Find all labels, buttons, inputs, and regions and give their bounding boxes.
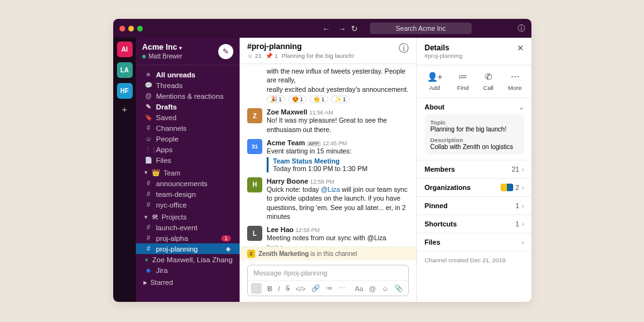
traffic-lights	[119, 26, 143, 31]
italic-button[interactable]: I	[278, 285, 280, 292]
add-person-icon: 👤+	[427, 72, 443, 82]
channel-launch-event[interactable]: #launch-event	[136, 222, 240, 233]
message-author[interactable]: Lee Hao	[267, 226, 294, 233]
message-list[interactable]: with the new influx of tweets yesterday.…	[240, 64, 416, 247]
compose-button[interactable]: ✎	[218, 44, 233, 59]
more-action[interactable]: ⋯More	[508, 72, 522, 91]
reaction[interactable]: ✨1	[331, 96, 350, 103]
avatar[interactable]: L	[247, 226, 262, 241]
dm-zoe-lisa[interactable]: ●Zoe Maxwell, Lisa Zhang	[136, 254, 240, 265]
help-icon[interactable]: ⓘ	[518, 23, 525, 34]
channel-proj-alpha[interactable]: #proj-alpha1	[136, 233, 240, 243]
caret-down-icon: ▼	[143, 214, 148, 220]
shortcuts-row[interactable]: Shortcuts1›	[417, 215, 531, 233]
reaction[interactable]: 🎉1	[267, 96, 286, 103]
message-author[interactable]: Acme Team	[267, 139, 305, 147]
channel-team-design[interactable]: #team-design	[136, 189, 240, 199]
add-workspace-button[interactable]: +	[122, 104, 128, 114]
avatar[interactable]: 31	[247, 139, 262, 154]
details-title: Details	[425, 43, 462, 52]
message-time: 11:56 AM	[309, 109, 333, 116]
avatar[interactable]: Z	[247, 108, 262, 123]
channel-created: Channel created Dec 21, 2019	[417, 252, 531, 269]
nav-channels[interactable]: #Channels	[136, 123, 240, 133]
attach-button[interactable]: 📎	[394, 284, 403, 292]
nav-all-unreads[interactable]: ≡All unreads	[136, 69, 240, 80]
channel-proj-planning[interactable]: #proj-planning◈	[136, 243, 240, 254]
message-input-box[interactable]: Message #proj-planning B I S̶ </> 🔗 ≔ ⋯ …	[247, 265, 409, 296]
sidebar-nav: ≡All unreads 💬Threads @Mentions & reacti…	[136, 65, 240, 291]
unread-badge: 1	[221, 235, 231, 242]
sidebar: Acme Inc ▾ Matt Brewer ✎ ≡All unreads 💬T…	[136, 38, 240, 302]
workspace-tile-hf[interactable]: HF	[117, 83, 133, 99]
channel-announcements[interactable]: #announcements	[136, 178, 240, 189]
message-text: Meeting notes from our sync with @Liza	[267, 233, 409, 242]
search-input[interactable]: Search Acme Inc	[370, 23, 472, 34]
channel-nyc-office[interactable]: #nyc-office	[136, 199, 240, 210]
close-details-button[interactable]: ✕	[517, 43, 524, 53]
channel-info-icon[interactable]: ⓘ	[399, 42, 409, 55]
event-attachment[interactable]: Team Status Meeting Today from 1:00 PM t…	[267, 157, 409, 172]
strike-button[interactable]: S̶	[286, 284, 290, 292]
channel-topic[interactable]: Planning for the big launch!	[282, 52, 354, 59]
nav-saved[interactable]: 🔖Saved	[136, 112, 240, 123]
back-button[interactable]: ←	[322, 24, 330, 33]
section-team[interactable]: ▼👑Team	[136, 165, 240, 178]
caret-down-icon: ▼	[143, 170, 148, 175]
event-intro: Event starting in 15 minutes:	[267, 147, 409, 155]
section-starred[interactable]: ▶Starred	[136, 275, 240, 287]
reaction[interactable]: 😍1	[288, 96, 307, 103]
nav-drafts[interactable]: ✎Drafts	[136, 101, 240, 112]
reactions: 🎉1 😍1 👏1 ✨1	[267, 96, 409, 103]
nav-threads[interactable]: 💬Threads	[136, 80, 240, 91]
close-window-button[interactable]	[119, 26, 125, 31]
mention-button[interactable]: @	[369, 285, 376, 292]
caret-right-icon: ▶	[143, 280, 147, 286]
nav-people[interactable]: ☺People	[136, 133, 240, 144]
section-projects[interactable]: ▼🛠Projects	[136, 210, 240, 222]
message-author[interactable]: Harry Boone	[267, 177, 308, 185]
channel-title[interactable]: #proj-planning	[247, 42, 354, 51]
nav-files[interactable]: 📄Files	[136, 155, 240, 165]
workspace-tile-la[interactable]: LA	[117, 62, 133, 78]
pin-count[interactable]: 📌 1	[265, 52, 278, 59]
reaction[interactable]: 👏1	[309, 96, 328, 103]
message-input[interactable]: Message #proj-planning	[248, 265, 408, 280]
nav-apps[interactable]: ⋮⋮Apps	[136, 144, 240, 155]
shortcuts-button[interactable]	[251, 283, 262, 294]
saved-icon: 🔖	[145, 114, 152, 121]
nav-mentions[interactable]: @Mentions & reactions	[136, 91, 240, 101]
presence-icon	[142, 55, 146, 58]
code-button[interactable]: </>	[296, 285, 306, 292]
organizations-row[interactable]: Organizations2›	[417, 179, 531, 197]
drafts-icon: ✎	[145, 103, 152, 110]
more-formatting-button[interactable]: ⋯	[338, 284, 345, 292]
minimize-window-button[interactable]	[128, 26, 134, 31]
bold-button[interactable]: B	[267, 285, 272, 292]
zoom-window-button[interactable]	[137, 26, 143, 31]
link-button[interactable]: 🔗	[311, 284, 320, 292]
workspace-header[interactable]: Acme Inc ▾ Matt Brewer ✎	[136, 38, 240, 65]
history-icon[interactable]: ↻	[351, 24, 358, 33]
call-action[interactable]: ✆Call	[483, 72, 493, 91]
app-jira[interactable]: ◆Jira	[136, 265, 240, 275]
message-author[interactable]: Zoe Maxwell	[267, 108, 308, 116]
details-subtitle: #proj-planning	[425, 52, 462, 59]
text-format-button[interactable]: Aa	[355, 285, 363, 292]
about-card[interactable]: Topic Planning for the big launch! Descr…	[425, 114, 524, 155]
forward-button[interactable]: →	[338, 24, 346, 33]
emoji-button[interactable]: ☺	[382, 285, 389, 292]
members-row[interactable]: Members21›	[417, 160, 531, 179]
shared-channel-icon: ◈	[226, 245, 231, 252]
add-action[interactable]: 👤+Add	[427, 72, 443, 91]
avatar[interactable]: H	[247, 177, 262, 192]
files-row[interactable]: Files›	[417, 233, 531, 252]
chevron-right-icon: ›	[522, 239, 524, 246]
find-action[interactable]: ≔Find	[457, 72, 469, 91]
mention[interactable]: @Liza	[321, 186, 340, 193]
list-button[interactable]: ≔	[326, 284, 333, 292]
workspace-tile-ai[interactable]: AI	[117, 42, 133, 57]
about-header[interactable]: About⌄	[425, 103, 524, 111]
member-count[interactable]: ☺ 21	[247, 52, 262, 59]
pinned-row[interactable]: Pinned1›	[417, 197, 531, 215]
